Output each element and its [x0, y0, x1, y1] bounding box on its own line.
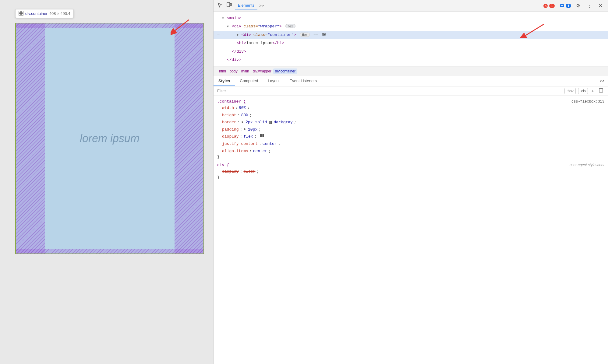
padding-triangle-icon[interactable]: ▶: [244, 126, 246, 132]
user-agent-label: user agent stylesheet: [570, 163, 604, 167]
more-options-icon[interactable]: ⋮: [585, 2, 594, 9]
viewport-panel: div.container 408 × 490.4 lorem ipsum: [0, 0, 213, 364]
filter-bar: :hov .cls +: [214, 86, 608, 96]
div-props: display : block ;: [222, 168, 604, 175]
filter-input[interactable]: [217, 89, 562, 93]
tab-computed[interactable]: Computed: [235, 76, 263, 86]
svg-rect-6: [227, 2, 230, 7]
styles-panel: Styles Computed Layout Event Listeners >…: [214, 76, 608, 364]
svg-rect-1: [21, 11, 23, 13]
html-line-h1[interactable]: <h1>lorem ipsum</h1>: [214, 39, 608, 47]
svg-rect-15: [260, 134, 261, 137]
svg-rect-2: [19, 13, 21, 15]
html-line-wrapper[interactable]: ▼ <div class="wrapper"> flex: [214, 22, 608, 30]
svg-text:✕: ✕: [544, 4, 547, 8]
container-props: width : 80% ; height : 80% ; border :: [222, 104, 604, 155]
bc-html[interactable]: html: [217, 68, 228, 74]
devtools-panel: Elements >> ✕ 1 1 ⚙ ⋮ ✕ ▼ <main: [213, 0, 608, 364]
hatch-left: [16, 23, 45, 254]
bc-body[interactable]: body: [228, 68, 239, 74]
element-icon: [19, 11, 23, 16]
message-badge[interactable]: 1: [560, 3, 571, 8]
tooltip-selector: div.container: [25, 11, 48, 16]
toolbar-icons: [217, 2, 232, 9]
css-rules-area: .container { css-flexbox:313 width : 80%…: [214, 96, 608, 364]
container-rule: .container { css-flexbox:313 width : 80%…: [214, 98, 608, 160]
prop-align-items: align-items : center ;: [222, 148, 604, 155]
prop-border: border : ▶ 2px solid darkgray ;: [222, 119, 604, 126]
prop-height: height : 80% ;: [222, 112, 604, 119]
arrow-container: [520, 22, 547, 41]
preview-container: lorem ipsum: [15, 23, 204, 254]
add-style-button[interactable]: +: [590, 88, 595, 94]
prop-padding: padding : ▶ 10px ;: [222, 126, 604, 133]
html-line-closediv2[interactable]: </div>: [214, 56, 608, 64]
border-triangle-icon[interactable]: ▶: [242, 119, 244, 125]
tab-layout[interactable]: Layout: [263, 76, 285, 86]
div-close-brace: }: [217, 175, 604, 180]
svg-line-5: [175, 20, 189, 30]
container-source[interactable]: css-flexbox:313: [571, 100, 604, 104]
error-count: 1: [549, 4, 555, 8]
inspect-icon[interactable]: [217, 2, 223, 9]
color-swatch-darkgray[interactable]: [269, 121, 272, 124]
prop-display-block: display : block ;: [222, 168, 604, 175]
lorem-text: lorem ipsum: [80, 132, 140, 145]
bc-wrapper[interactable]: div.wrapper: [251, 68, 273, 74]
flex-icon-button[interactable]: [260, 133, 264, 140]
tooltip-dims: 408 × 490.4: [49, 11, 70, 16]
div-rule: div { user agent stylesheet display : bl…: [214, 162, 608, 181]
bc-container[interactable]: div.container: [273, 68, 297, 74]
bc-main[interactable]: main: [239, 68, 251, 74]
div-selector[interactable]: div {: [217, 163, 229, 167]
breadcrumb: html body main div.wrapper div.container: [214, 67, 608, 76]
html-line-container[interactable]: ··· ▼ <div class="container"> flex == $0: [214, 31, 608, 39]
svg-rect-16: [261, 134, 263, 137]
element-tooltip: div.container 408 × 490.4: [15, 9, 74, 18]
close-icon[interactable]: ✕: [597, 2, 604, 9]
toggle-pane-button[interactable]: [598, 88, 604, 94]
devtools-toolbar: Elements >> ✕ 1 1 ⚙ ⋮ ✕: [214, 0, 608, 12]
prop-justify-content: justify-content : center ;: [222, 140, 604, 147]
class-filter[interactable]: .cls: [578, 88, 588, 94]
tab-styles[interactable]: Styles: [214, 76, 235, 86]
container-close-brace: }: [217, 155, 604, 159]
hatch-right: [175, 23, 203, 254]
svg-rect-3: [21, 13, 23, 15]
tab-more[interactable]: >>: [257, 2, 266, 9]
container-selector[interactable]: .container {: [217, 99, 246, 104]
prop-display: display : flex ;: [222, 133, 604, 140]
error-badge[interactable]: ✕ 1: [543, 3, 555, 8]
devtools-tabs: Elements >>: [235, 2, 540, 9]
settings-icon[interactable]: ⚙: [574, 2, 582, 9]
prop-width: width : 80% ;: [222, 104, 604, 111]
tab-more-styles[interactable]: >>: [596, 76, 608, 86]
message-count: 1: [566, 4, 571, 8]
svg-rect-17: [263, 134, 264, 137]
styles-tabs: Styles Computed Layout Event Listeners >…: [214, 76, 608, 86]
content-area: lorem ipsum: [45, 28, 175, 249]
elements-tree: ▼ <main> ▼ <div class="wrapper"> flex ··…: [214, 12, 608, 67]
html-line-closediv[interactable]: </div>: [214, 47, 608, 56]
tab-elements[interactable]: Elements: [235, 2, 257, 9]
html-line-main[interactable]: ▼ <main>: [214, 14, 608, 22]
svg-rect-10: [560, 4, 564, 7]
arrow-top-right: [171, 17, 195, 36]
svg-line-12: [526, 24, 544, 35]
tab-event-listeners[interactable]: Event Listeners: [285, 76, 322, 86]
hover-filter[interactable]: :hov: [564, 88, 576, 94]
device-icon[interactable]: [226, 2, 232, 9]
svg-rect-7: [230, 3, 232, 6]
svg-rect-0: [19, 11, 21, 13]
